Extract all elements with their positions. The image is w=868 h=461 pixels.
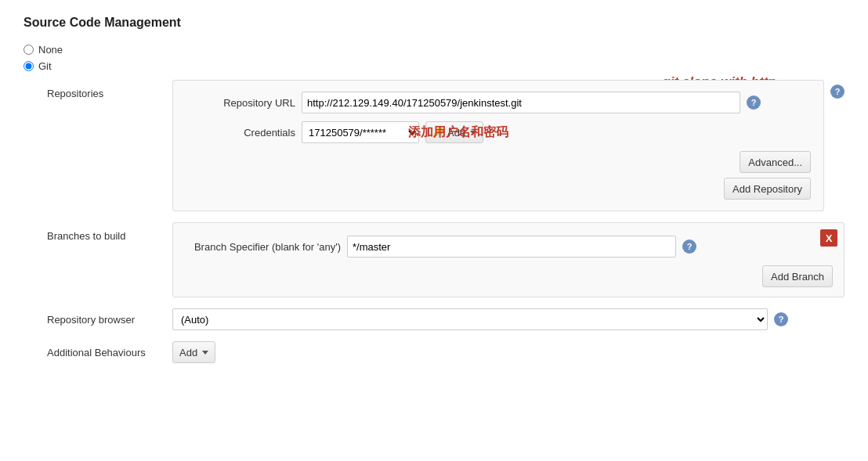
branch-inner: X Branch Specifier (blank for 'any') ? A… (172, 222, 844, 297)
page: Source Code Management None Git git clon… (0, 0, 868, 461)
additional-add-label: Add (179, 347, 197, 358)
repositories-field-block: Repository URL http://212.129.149.40/171… (172, 80, 824, 211)
branches-block: X Branch Specifier (blank for 'any') ? A… (172, 222, 844, 297)
remove-branch-button[interactable]: X (820, 229, 837, 247)
advanced-button[interactable]: Advanced... (740, 151, 811, 173)
repo-browser-label: Repository browser (47, 314, 172, 326)
repositories-section: Repositories Repository URL http://212.1… (47, 80, 844, 211)
radio-none[interactable] (24, 45, 34, 55)
repo-browser-select-wrap: (Auto) ? (172, 308, 844, 330)
radio-none-item: None (24, 44, 844, 56)
add-repo-btn-row: Add Repository (186, 178, 811, 200)
repositories-help-icon[interactable]: ? (830, 85, 844, 99)
add-branch-row: Add Branch (184, 265, 833, 287)
credentials-select[interactable]: 171250579/****** (302, 121, 419, 143)
radio-git-item: Git (24, 60, 844, 72)
repo-block-wrap: Repository URL http://212.129.149.40/171… (172, 80, 844, 211)
radio-git-label: Git (38, 60, 52, 72)
branches-section: Branches to build X Branch Specifier (bl… (47, 222, 844, 297)
credentials-add-button[interactable]: 🔑 Add (425, 121, 483, 143)
radio-git[interactable] (24, 61, 34, 71)
add-branch-button[interactable]: Add Branch (762, 265, 833, 287)
additional-behaviours-section: Additional Behaviours Add (47, 341, 844, 363)
branches-label: Branches to build (47, 222, 172, 242)
repo-url-row: Repository URL http://212.129.149.40/171… (186, 92, 811, 113)
key-icon: 🔑 (432, 127, 444, 138)
branch-specifier-row: Branch Specifier (blank for 'any') ? (184, 236, 833, 258)
repo-browser-help-icon[interactable]: ? (774, 312, 788, 326)
repo-url-label: Repository URL (186, 97, 295, 109)
x-label: X (826, 232, 833, 244)
radio-none-label: None (38, 44, 63, 56)
additional-add-button[interactable]: Add (172, 341, 215, 363)
add-dropdown-arrow (470, 131, 476, 135)
credentials-row: Credentials 171250579/****** 🔑 Add (186, 121, 811, 143)
branch-specifier-input[interactable] (347, 236, 676, 258)
repo-browser-select[interactable]: (Auto) (172, 308, 768, 330)
repo-block: Repository URL http://212.129.149.40/171… (172, 80, 824, 211)
repo-url-help-icon[interactable]: ? (747, 95, 761, 110)
additional-behaviours-label: Additional Behaviours (47, 347, 172, 358)
page-title: Source Code Management (24, 16, 844, 30)
branch-specifier-help-icon[interactable]: ? (682, 240, 696, 254)
repositories-label: Repositories (47, 80, 172, 99)
add-repository-button[interactable]: Add Repository (724, 178, 811, 200)
branch-specifier-label: Branch Specifier (blank for 'any') (184, 241, 341, 253)
credentials-label: Credentials (186, 127, 295, 139)
additional-dropdown-arrow (202, 351, 208, 355)
add-label: Add (447, 127, 465, 139)
advanced-btn-row: Advanced... (186, 151, 811, 173)
scm-radio-group: None Git (24, 44, 844, 72)
repo-url-input[interactable]: http://212.129.149.40/171250579/jenkinst… (302, 92, 740, 113)
branches-block-wrap: X Branch Specifier (blank for 'any') ? A… (172, 222, 844, 297)
repo-browser-section: Repository browser (Auto) ? (47, 308, 844, 330)
